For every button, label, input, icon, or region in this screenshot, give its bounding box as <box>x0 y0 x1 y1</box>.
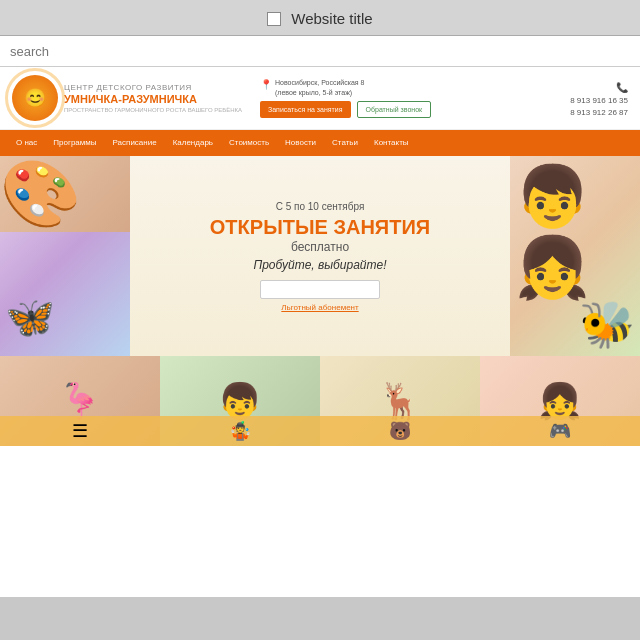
nav-item-price[interactable]: Стоимость <box>221 130 277 156</box>
hero-sub: бесплатно <box>291 240 349 254</box>
header-buttons: Записаться на занятия Обратный звонок <box>260 101 552 118</box>
address-line1: Новосибирск, Российская 8 <box>275 78 364 88</box>
gallery-item-1[interactable]: 🦩 ☰ <box>0 356 160 446</box>
phone-2: 8 913 912 26 87 <box>570 107 628 119</box>
child-art-icon: 🎨 <box>0 157 81 230</box>
bear-icon-3: 🐻 <box>389 420 411 442</box>
gallery-overlay-4: 🎮 <box>480 416 640 446</box>
gallery-item-2[interactable]: 👦 🤹 <box>160 356 320 446</box>
search-bar <box>0 36 640 67</box>
tab-checkbox[interactable] <box>267 12 281 26</box>
hero-left-bg: 🎨 <box>0 156 130 232</box>
nav-item-programs[interactable]: Программы <box>45 130 104 156</box>
phone-icon: 📞 <box>616 82 628 93</box>
header-middle: 📍 Новосибирск, Российская 8 (левое крыло… <box>252 78 560 119</box>
hero-subscription-link[interactable]: Льготный абонемент <box>281 303 358 312</box>
gallery-grid: 🦩 ☰ 👦 🤹 🦌 🐻 👧 🎮 <box>0 356 640 536</box>
nav-item-news[interactable]: Новости <box>277 130 324 156</box>
logo-area: 😊 ЦЕНТР ДЕТСКОГО РАЗВИТИЯ УМНИЧКА-РАЗУМН… <box>12 75 242 121</box>
phone-block: 📞 8 913 916 16 35 8 913 912 26 87 <box>570 77 628 119</box>
gallery-item-4[interactable]: 👧 🎮 <box>480 356 640 446</box>
logo-tagline: ПРОСТРАНСТВО ГАРМОНИЧНОГО РОСТА ВАШЕГО Р… <box>64 107 242 113</box>
browser-tab-bar: Website title <box>0 0 640 36</box>
phone-1: 8 913 916 16 35 <box>570 95 628 107</box>
children-play-icon: 👦👧 <box>515 161 640 303</box>
logo-text: ЦЕНТР ДЕТСКОГО РАЗВИТИЯ УМНИЧКА-РАЗУМНИЧ… <box>64 83 242 113</box>
bee-mascot-icon: 🐝 <box>579 298 635 351</box>
menu-icon-1: ☰ <box>72 420 88 442</box>
hero-right-panel: 👦👧 🐝 <box>510 156 640 356</box>
logo-sun: 😊 <box>12 75 58 121</box>
gallery-overlay-1: ☰ <box>0 416 160 446</box>
nav-item-calendar[interactable]: Календарь <box>165 130 221 156</box>
site-header: 😊 ЦЕНТР ДЕТСКОГО РАЗВИТИЯ УМНИЧКА-РАЗУМН… <box>0 67 640 130</box>
game-icon-4: 🎮 <box>549 420 571 442</box>
address-line2: (левое крыло, 5-й этаж) <box>275 88 364 98</box>
signup-button[interactable]: Записаться на занятия <box>260 101 351 118</box>
hero-date: С 5 по 10 сентября <box>276 201 365 212</box>
hero-section: 🎨 🦋 С 5 по 10 сентября ОТКРЫТЫЕ ЗАНЯТИЯ … <box>0 156 640 356</box>
website-content: 😊 ЦЕНТР ДЕТСКОГО РАЗВИТИЯ УМНИЧКА-РАЗУМН… <box>0 67 640 597</box>
nav-item-about[interactable]: О нас <box>8 130 45 156</box>
hero-phone-input[interactable] <box>260 280 380 299</box>
nav-item-contacts[interactable]: Контакты <box>366 130 417 156</box>
tab-title: Website title <box>291 10 372 27</box>
gallery-overlay-3: 🐻 <box>320 416 480 446</box>
nav-item-articles[interactable]: Статьи <box>324 130 366 156</box>
hero-left-panel: 🎨 🦋 <box>0 156 130 356</box>
hero-cta: Пробуйте, выбирайте! <box>253 258 386 272</box>
address-text: Новосибирск, Российская 8 (левое крыло, … <box>275 78 364 98</box>
toy-icon: 🦋 <box>5 294 55 341</box>
gallery-overlay-2: 🤹 <box>160 416 320 446</box>
juggle-icon-2: 🤹 <box>229 420 251 442</box>
search-input[interactable] <box>10 44 630 59</box>
gallery-item-3[interactable]: 🦌 🐻 <box>320 356 480 446</box>
hero-headline: ОТКРЫТЫЕ ЗАНЯТИЯ <box>210 216 430 238</box>
nav-item-schedule[interactable]: Расписание <box>105 130 165 156</box>
logo-center-text: ЦЕНТР ДЕТСКОГО РАЗВИТИЯ <box>64 83 242 93</box>
hero-center-panel: С 5 по 10 сентября ОТКРЫТЫЕ ЗАНЯТИЯ бесп… <box>130 156 510 356</box>
site-nav: О нас Программы Расписание Календарь Сто… <box>0 130 640 156</box>
logo-org-name: УМНИЧКА-РАЗУМНИЧКА <box>64 93 242 106</box>
logo-face-icon: 😊 <box>24 87 46 109</box>
callback-button[interactable]: Обратный звонок <box>357 101 432 118</box>
location-icon: 📍 <box>260 79 272 90</box>
address-block: 📍 Новосибирск, Российская 8 (левое крыло… <box>260 78 552 98</box>
